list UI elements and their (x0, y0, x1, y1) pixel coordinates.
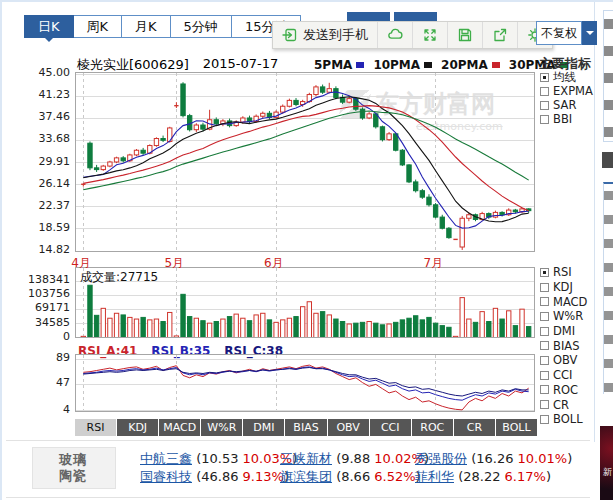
fullscreen-button[interactable] (413, 22, 448, 48)
option-label: BOLL (553, 412, 583, 426)
panel-border (594, 2, 595, 442)
rsi-chart[interactable] (75, 354, 535, 412)
period-tab-月K[interactable]: 月K (121, 15, 171, 38)
indicator-option-W%R[interactable]: W%R (540, 309, 587, 324)
ticker-stock: 旗滨集团 (8.66 6.52%) (280, 468, 421, 486)
period-tab-周K[interactable]: 周K (73, 15, 123, 38)
indicator-tab-BOLL[interactable]: BOLL (496, 419, 537, 436)
indicator-option-RSI[interactable]: RSI (540, 265, 587, 280)
stock-link[interactable]: 旗滨集团 (280, 469, 332, 484)
share-icon (492, 27, 508, 43)
kline-chart[interactable] (75, 72, 535, 252)
stock-link[interactable]: 国睿科技 (140, 469, 192, 484)
save-button[interactable] (448, 22, 483, 48)
indicator-option-CR[interactable]: CR (540, 397, 587, 412)
selected-tab-pointer-icon (44, 37, 54, 47)
indicator-tab-BIAS[interactable]: BIAS (285, 419, 326, 436)
axis-label: 0 (24, 330, 70, 343)
overlay-option-SAR[interactable]: SAR (540, 98, 593, 112)
stock-link[interactable]: 三峡新材 (280, 451, 332, 466)
ad-text: 新 (603, 466, 612, 479)
stock-change: 6.52% (374, 469, 415, 484)
overlay-option-EXPMA[interactable]: EXPMA (540, 84, 593, 98)
cutoff-panel-list (603, 182, 613, 394)
indicator-option-BOLL[interactable]: BOLL (540, 412, 587, 427)
cutoff-heading (602, 152, 613, 168)
dropdown-arrow-icon[interactable] (582, 21, 597, 45)
stock-link[interactable]: 菲利华 (415, 469, 454, 484)
checkbox-icon (540, 327, 549, 336)
indicator-option-OBV[interactable]: OBV (540, 353, 587, 368)
paren: ) (546, 469, 551, 484)
indicator-tab-ROC[interactable]: ROC (412, 419, 453, 436)
overlay-option-均线[interactable]: 均线 (540, 70, 593, 84)
legend-color-swatch (356, 62, 364, 68)
checkbox-icon (540, 297, 549, 306)
legend-label: 10PMA (373, 58, 420, 72)
indicator-tab-RSI[interactable]: RSI (75, 419, 116, 436)
checkbox-icon (540, 87, 549, 96)
cutoff-panel-top (603, 10, 613, 142)
overlay-option-BBI[interactable]: BBI (540, 112, 593, 126)
indicator-tab-MACD[interactable]: MACD (159, 419, 200, 436)
send-to-phone-button[interactable]: 发送到手机 (273, 22, 378, 48)
period-tab-5分钟[interactable]: 5分钟 (170, 15, 232, 38)
indicator-tab-OBV[interactable]: OBV (328, 419, 369, 436)
indicator-tab-KDJ[interactable]: KDJ (117, 419, 158, 436)
legend-color-swatch (424, 62, 432, 68)
checkbox-icon (540, 283, 549, 292)
adjust-dropdown[interactable]: 不复权 (536, 21, 597, 45)
indicator-options: RSIKDJMACDW%RDMIBIASOBVCCIROCCRBOLL (540, 265, 587, 427)
stock-link[interactable]: 秀强股份 (415, 451, 467, 466)
axis-label: 89 (36, 351, 70, 364)
checkbox-icon (540, 356, 549, 365)
option-label: W%R (553, 309, 583, 323)
ticker-stock: 国睿科技 (46.86 9.13%) (140, 468, 289, 486)
indicator-option-CCI[interactable]: CCI (540, 368, 587, 383)
divider (6, 440, 590, 441)
stock-price: (10.53 (192, 451, 243, 466)
option-label: BIAS (553, 339, 579, 353)
indicator-tab-DMI[interactable]: DMI (243, 419, 284, 436)
axis-label: 103756 (24, 287, 70, 300)
axis-label: 45.00 (24, 66, 70, 79)
legend-item: 10PMA (373, 58, 432, 72)
checkbox-icon (540, 400, 549, 409)
fullscreen-icon (422, 27, 438, 43)
period-tab-日K[interactable]: 日K (24, 15, 74, 38)
legend-color-swatch (492, 62, 500, 68)
send-to-phone-icon (282, 27, 298, 43)
sector-label-text: 玻璃陶瓷 (59, 452, 89, 484)
indicator-option-MACD[interactable]: MACD (540, 294, 587, 309)
stock-link[interactable]: 中航三鑫 (140, 451, 192, 466)
cloud-button[interactable] (378, 22, 413, 48)
option-label: EXPMA (553, 84, 593, 98)
indicator-option-BIAS[interactable]: BIAS (540, 338, 587, 353)
checkbox-icon (540, 371, 549, 380)
indicator-tab-W%R[interactable]: W%R (201, 419, 242, 436)
axis-label: 26.14 (24, 177, 70, 190)
option-label: CCI (553, 368, 572, 382)
stock-price: (8.66 (332, 469, 374, 484)
axis-label: 18.59 (24, 221, 70, 234)
indicator-option-ROC[interactable]: ROC (540, 383, 587, 398)
legend-label: 5PMA (314, 58, 352, 72)
axis-label: 29.91 (24, 155, 70, 168)
period-tabs: 日K周K月K5分钟15分钟 (24, 15, 300, 38)
indicator-option-KDJ[interactable]: KDJ (540, 280, 587, 295)
indicator-option-DMI[interactable]: DMI (540, 324, 587, 339)
stock-chart-window: 日K周K月K5分钟15分钟 发送到手机 (0, 0, 613, 500)
paren: ) (567, 451, 572, 466)
legend-label: 20PMA (441, 58, 488, 72)
ad-banner[interactable]: 新 (600, 426, 613, 500)
share-button[interactable] (483, 22, 518, 48)
legend-item: 5PMA (314, 58, 364, 72)
stock-change: 10.01% (518, 451, 568, 466)
ticker-stock: 中航三鑫 (10.53 10.03%) (140, 450, 297, 468)
cloud-icon (387, 27, 403, 43)
checkbox-icon (540, 73, 549, 82)
axis-label: 37.46 (24, 110, 70, 123)
indicator-tab-CCI[interactable]: CCI (370, 419, 411, 436)
indicator-tab-CR[interactable]: CR (454, 419, 495, 436)
option-label: KDJ (553, 280, 573, 294)
